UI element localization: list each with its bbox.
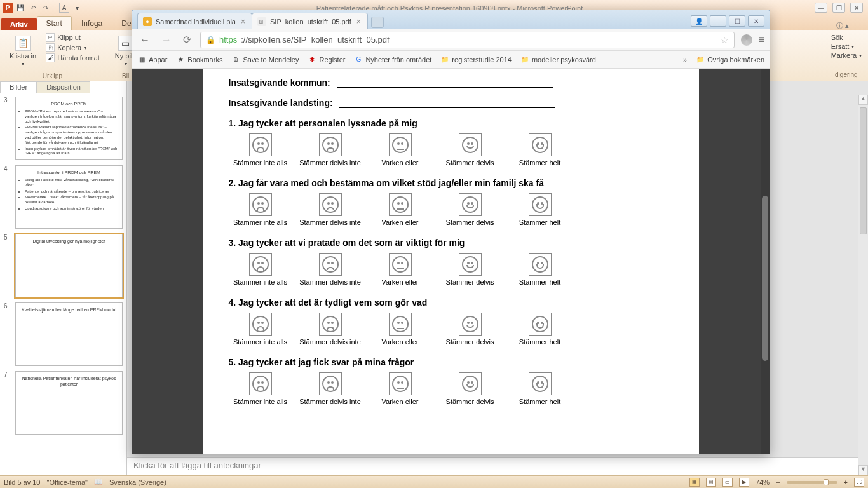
face-icon	[462, 137, 478, 153]
question-option[interactable]: Stämmer inte alls	[229, 372, 292, 405]
format-painter-button[interactable]: 🖌Hämta format	[46, 53, 100, 63]
paste-button[interactable]: 📋 Klistra in ▾	[5, 32, 41, 70]
chrome-menu-icon[interactable]: ≡	[759, 34, 764, 46]
chrome-maximize-button[interactable]: ☐	[729, 15, 745, 27]
apps-shortcut[interactable]: ▦Appar	[137, 55, 167, 64]
question-option[interactable]: Varken eller	[369, 133, 432, 166]
tab-home[interactable]: Start	[37, 16, 72, 30]
slide-thumbnail[interactable]: 3PROM och PREMPROM="Patient reported out…	[0, 94, 126, 163]
status-language[interactable]: Svenska (Sverige)	[109, 478, 166, 486]
tab-file[interactable]: Arkiv	[1, 18, 37, 30]
tab-close-icon[interactable]: ×	[355, 17, 362, 26]
ribbon-help-icon[interactable]: ⓘ ▴	[836, 21, 868, 30]
forward-button[interactable]: →	[159, 33, 174, 47]
bookmark-item[interactable]: ★Bookmarks	[176, 55, 222, 64]
select-button[interactable]: Markera ▾	[831, 51, 862, 60]
find-button[interactable]: Sök	[831, 33, 862, 42]
question-option[interactable]: Varken eller	[369, 193, 432, 226]
question-option[interactable]: Stämmer delvis inte	[299, 253, 362, 286]
close-button[interactable]: ✕	[850, 3, 863, 13]
chrome-new-tab-button[interactable]	[371, 17, 384, 28]
slide-thumbnail[interactable]: 5Digital utveckling ger nya möjligheter	[0, 231, 126, 300]
slide-thumbnail[interactable]: 6Kvalitetsstjärnan har länge haft en PRE…	[0, 300, 126, 369]
view-sorter-icon[interactable]: ▤	[706, 478, 716, 487]
scroll-thumb[interactable]	[860, 107, 867, 234]
question-option[interactable]: Stämmer inte alls	[229, 193, 292, 226]
address-bar[interactable]: 🔒 https://sipkollen.se/SIP_kollen_utskri…	[200, 32, 735, 48]
question-option[interactable]: Stämmer helt	[508, 253, 572, 286]
question-option[interactable]: Stämmer delvis inte	[299, 193, 362, 226]
input-line-landsting[interactable]	[339, 99, 555, 108]
chrome-minimize-button[interactable]: —	[710, 15, 726, 27]
bookmark-item[interactable]: ✱Register	[308, 55, 345, 64]
bookmark-item[interactable]: 🗎Save to Mendeley	[231, 55, 299, 64]
replace-button[interactable]: Ersätt ▾	[831, 42, 862, 51]
undo-icon[interactable]: ↶	[28, 3, 38, 13]
status-spellcheck-icon[interactable]: 📖	[94, 478, 103, 486]
view-slideshow-icon[interactable]: ▶	[739, 478, 749, 487]
question-option[interactable]: Stämmer helt	[508, 193, 572, 226]
bookmarks-overflow[interactable]: »	[683, 56, 687, 64]
question-option[interactable]: Stämmer delvis	[438, 253, 502, 286]
zoom-slider[interactable]	[787, 481, 837, 484]
tab-insert[interactable]: Infoga	[72, 16, 112, 30]
question-option[interactable]: Stämmer inte alls	[229, 133, 292, 166]
question-option[interactable]: Stämmer inte alls	[229, 313, 292, 346]
zoom-out-button[interactable]: −	[776, 478, 780, 486]
editor-scrollbar[interactable]: ▲ ▼	[858, 95, 868, 475]
save-icon[interactable]: 💾	[15, 3, 25, 13]
view-normal-icon[interactable]: ▦	[689, 478, 700, 487]
pdf-scroll-thumb[interactable]	[762, 196, 768, 361]
question-option[interactable]: Varken eller	[369, 313, 432, 346]
question-option[interactable]: Varken eller	[369, 253, 432, 286]
input-line-kommun[interactable]	[337, 79, 553, 88]
view-reading-icon[interactable]: ▭	[722, 478, 733, 487]
bookmark-folder[interactable]: 📁modeller psykosvård	[520, 55, 596, 64]
copy-button[interactable]: ⎘Kopiera ▾	[46, 43, 100, 53]
back-button[interactable]: ←	[137, 33, 153, 47]
question-option[interactable]: Stämmer helt	[508, 133, 572, 166]
bookmark-folder[interactable]: 📁registerstudie 2014	[440, 55, 512, 64]
slide-thumbnails-pane[interactable]: 3PROM och PREMPROM="Patient reported out…	[0, 81, 127, 475]
new-slide-dropdown-icon[interactable]: ▾	[125, 61, 127, 67]
qat-letter[interactable]: A	[59, 3, 69, 13]
slide-thumbnail[interactable]: 7Nationella Patientenkäten har inkludera…	[0, 369, 126, 437]
zoom-fit-icon[interactable]: ⛶	[854, 478, 864, 487]
thumb-tab-outline[interactable]: Disposition	[37, 81, 90, 93]
other-bookmarks[interactable]: 📁Övriga bokmärken	[696, 55, 764, 64]
slide-thumbnail[interactable]: 4Intressenter i PROM och PREMViktig del …	[0, 163, 126, 231]
zoom-slider-thumb[interactable]	[824, 479, 829, 485]
reload-button[interactable]: ⟳	[180, 32, 194, 47]
tab-close-icon[interactable]: ×	[240, 17, 247, 26]
paste-dropdown-icon[interactable]: ▾	[22, 61, 24, 67]
drive-extension-icon[interactable]	[741, 34, 752, 46]
chrome-close-button[interactable]: ✕	[748, 15, 764, 27]
question-option[interactable]: Stämmer delvis	[438, 372, 502, 405]
question-option[interactable]: Stämmer delvis inte	[299, 372, 362, 405]
notes-placeholder[interactable]: Klicka för att lägga till anteckningar	[127, 458, 868, 475]
bookmark-star-icon[interactable]: ☆	[721, 35, 729, 45]
bookmark-item[interactable]: GNyheter från området	[354, 55, 431, 64]
question-option[interactable]: Varken eller	[369, 372, 432, 405]
question-option[interactable]: Stämmer delvis inte	[299, 133, 362, 166]
question-option[interactable]: Stämmer helt	[508, 313, 572, 346]
redo-icon[interactable]: ↷	[41, 3, 51, 13]
chrome-user-icon[interactable]: 👤	[691, 15, 707, 27]
zoom-in-button[interactable]: +	[844, 478, 848, 486]
qat-dropdown-icon[interactable]: ▾	[72, 3, 82, 13]
chrome-tab[interactable]: ●Samordnad individuell pla×	[137, 13, 252, 29]
question-option[interactable]: Stämmer helt	[508, 372, 572, 405]
pdf-scrollbar[interactable]	[761, 69, 770, 454]
question-option[interactable]: Stämmer delvis	[438, 133, 502, 166]
question-option[interactable]: Stämmer delvis inte	[299, 313, 362, 346]
minimize-button[interactable]: —	[815, 3, 827, 13]
scroll-down-icon[interactable]: ▼	[858, 465, 868, 475]
cut-button[interactable]: ✂Klipp ut	[46, 32, 100, 43]
scroll-up-icon[interactable]: ▲	[858, 95, 868, 105]
chrome-tab[interactable]: 🗎SIP_kollen_utskrift_05.pdf×	[252, 13, 368, 29]
restore-button[interactable]: ❐	[832, 3, 845, 13]
thumb-tab-slides[interactable]: Bilder	[0, 81, 37, 93]
question-option[interactable]: Stämmer delvis	[438, 313, 502, 346]
question-option[interactable]: Stämmer delvis	[438, 193, 502, 226]
question-option[interactable]: Stämmer inte alls	[229, 253, 292, 286]
